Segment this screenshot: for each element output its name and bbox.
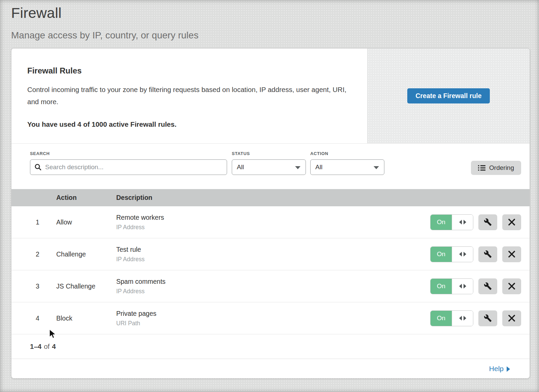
toggle-handle-icon xyxy=(452,247,473,262)
close-icon xyxy=(508,251,515,258)
delete-rule-button[interactable] xyxy=(502,246,521,262)
page-subtitle: Manage access by IP, country, or query r… xyxy=(11,30,539,41)
close-icon xyxy=(508,219,515,225)
pagination-of-label: of xyxy=(44,342,50,351)
toggle-on-label: On xyxy=(431,247,452,262)
rule-match-type: IP Address xyxy=(116,224,430,231)
wrench-icon xyxy=(484,218,492,226)
column-header-action: Action xyxy=(56,194,116,202)
rule-match-type: URI Path xyxy=(116,320,430,327)
create-firewall-rule-button[interactable]: Create a Firewall rule xyxy=(407,88,489,103)
rule-enabled-toggle[interactable]: On xyxy=(430,310,473,326)
page-title: Firewall xyxy=(11,5,539,21)
close-icon xyxy=(508,315,515,322)
action-label: ACTION xyxy=(310,151,384,156)
ordering-button[interactable]: Ordering xyxy=(471,161,521,175)
edit-rule-button[interactable] xyxy=(478,310,497,326)
delete-rule-button[interactable] xyxy=(502,310,521,326)
intro-text-block: Firewall Rules Control incoming traffic … xyxy=(11,49,367,143)
wrench-icon xyxy=(484,314,492,322)
table-row: 3 JS Challenge Spam comments IP Address … xyxy=(11,270,530,302)
pagination-bar: 1–4 of 4 xyxy=(11,334,530,359)
card-description: Control incoming traffic to your zone by… xyxy=(27,84,347,108)
firewall-rules-card: Firewall Rules Control incoming traffic … xyxy=(11,48,530,379)
rule-match-type: IP Address xyxy=(116,256,430,263)
rule-description: Spam comments xyxy=(116,278,430,285)
firewall-page: Firewall Manage access by IP, country, o… xyxy=(0,0,539,392)
chevron-down-icon xyxy=(295,166,300,169)
action-filter-group: ACTION All xyxy=(310,151,384,175)
list-ordering-icon xyxy=(478,164,485,171)
action-select[interactable]: All xyxy=(310,159,384,175)
rule-enabled-toggle[interactable]: On xyxy=(430,214,473,230)
rule-action: Block xyxy=(56,314,116,322)
rule-description: Remote workers xyxy=(116,214,430,221)
search-filter-group: SEARCH xyxy=(30,151,227,175)
edit-rule-button[interactable] xyxy=(478,278,497,294)
table-header: Action Description xyxy=(11,189,530,206)
rule-action: Challenge xyxy=(56,250,116,258)
toggle-handle-icon xyxy=(452,215,473,230)
rule-number: 4 xyxy=(11,314,56,322)
toggle-handle-icon xyxy=(452,311,473,326)
filters-bar: SEARCH STATUS All ACTION xyxy=(11,144,530,189)
toggle-on-label: On xyxy=(431,279,452,294)
search-input[interactable] xyxy=(30,159,227,175)
rule-enabled-toggle[interactable]: On xyxy=(430,278,473,294)
column-header-description: Description xyxy=(116,194,530,202)
status-filter-group: STATUS All xyxy=(232,151,306,175)
toggle-on-label: On xyxy=(431,311,452,326)
rule-description: Test rule xyxy=(116,246,430,253)
cta-panel: Create a Firewall rule xyxy=(367,49,530,143)
ordering-button-label: Ordering xyxy=(489,164,514,172)
status-select[interactable]: All xyxy=(232,159,306,175)
rule-number: 3 xyxy=(11,282,56,290)
rule-action: Allow xyxy=(56,218,116,226)
card-footer: Help xyxy=(11,359,530,378)
rule-number: 2 xyxy=(11,250,56,258)
usage-summary: You have used 4 of 1000 active Firewall … xyxy=(27,120,347,128)
edit-rule-button[interactable] xyxy=(478,246,497,262)
rule-action: JS Challenge xyxy=(56,282,116,290)
action-selected-value: All xyxy=(315,163,322,171)
delete-rule-button[interactable] xyxy=(502,278,521,294)
page-header: Firewall Manage access by IP, country, o… xyxy=(0,0,539,41)
rule-match-type: IP Address xyxy=(116,288,430,295)
mouse-cursor-icon xyxy=(49,329,57,339)
table-row: 4 Block Private pages URI Path On xyxy=(11,302,530,334)
rule-number: 1 xyxy=(11,218,56,226)
status-selected-value: All xyxy=(237,163,244,171)
pagination-total: 4 xyxy=(52,342,56,351)
search-label: SEARCH xyxy=(30,151,227,156)
rule-description: Private pages xyxy=(116,310,430,318)
help-link-label: Help xyxy=(489,365,504,373)
card-heading: Firewall Rules xyxy=(27,66,347,76)
pagination-range: 1–4 xyxy=(30,342,41,351)
delete-rule-button[interactable] xyxy=(502,214,521,230)
wrench-icon xyxy=(484,250,492,258)
toggle-on-label: On xyxy=(431,215,452,230)
rule-enabled-toggle[interactable]: On xyxy=(430,246,473,262)
toggle-handle-icon xyxy=(452,279,473,294)
status-label: STATUS xyxy=(232,151,306,156)
close-icon xyxy=(508,283,515,290)
card-top-section: Firewall Rules Control incoming traffic … xyxy=(11,49,530,144)
edit-rule-button[interactable] xyxy=(478,214,497,230)
search-icon xyxy=(34,163,42,171)
chevron-down-icon xyxy=(374,166,379,169)
wrench-icon xyxy=(484,282,492,290)
table-row: 2 Challenge Test rule IP Address On xyxy=(11,238,530,270)
table-row: 1 Allow Remote workers IP Address On xyxy=(11,206,530,238)
triangle-right-icon xyxy=(507,366,510,372)
help-link[interactable]: Help xyxy=(489,365,510,373)
